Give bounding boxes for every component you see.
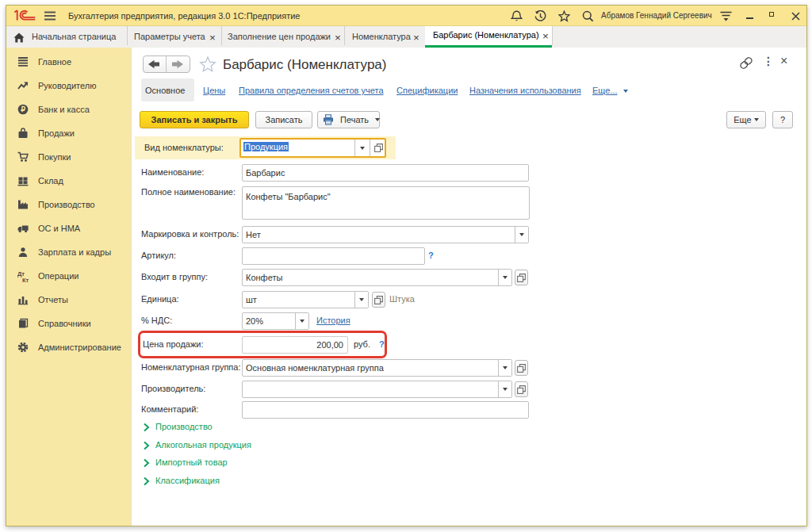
- svg-text:₽: ₽: [21, 105, 25, 113]
- svg-text:Кт: Кт: [22, 277, 29, 283]
